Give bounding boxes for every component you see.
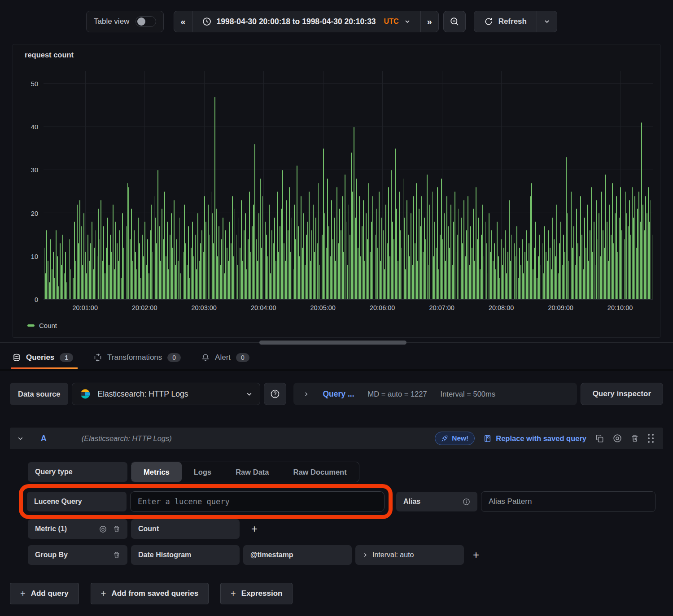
toggle-metric-visibility-button[interactable] [99, 525, 107, 533]
tab-label: Queries [26, 353, 54, 362]
bar [262, 196, 263, 299]
bar [179, 218, 180, 299]
refresh-button[interactable]: Refresh [474, 11, 537, 32]
group-by-field-segment[interactable]: @timestamp [243, 545, 352, 565]
bar [227, 248, 227, 299]
datasource-picker[interactable]: Elasticsearch: HTTP Logs [72, 383, 260, 405]
tab-transformations[interactable]: Transformations 0 [94, 346, 181, 369]
bar [651, 200, 651, 299]
query-type-option-raw-document[interactable]: Raw Document [281, 462, 358, 482]
bar [437, 187, 438, 299]
bar [638, 192, 639, 299]
bar [573, 226, 574, 299]
bar [587, 205, 588, 299]
bar [580, 196, 581, 299]
bar [599, 213, 599, 299]
replace-with-saved-query-link[interactable]: Replace with saved query [484, 434, 586, 443]
add-from-saved-queries-button[interactable]: + Add from saved queries [91, 583, 209, 604]
bar [363, 200, 364, 299]
refresh-interval-dropdown[interactable] [537, 11, 557, 32]
time-shift-back-button[interactable]: « [174, 11, 192, 32]
bar [349, 205, 350, 299]
bar [611, 235, 612, 299]
alias-pattern-input[interactable] [481, 491, 656, 512]
remove-query-button[interactable] [631, 434, 639, 442]
bar [61, 265, 62, 299]
bar [505, 230, 506, 299]
bar [576, 209, 577, 299]
chart-panel: request count 01020304050 20:01:0020:02:… [13, 44, 660, 338]
bar [319, 265, 320, 299]
datasource-help-button[interactable] [264, 383, 286, 405]
bar [50, 239, 51, 299]
bar [229, 222, 230, 299]
table-view-toggle-button[interactable]: Table view [86, 11, 164, 32]
bar [446, 196, 447, 299]
time-range-button[interactable]: 1998-04-30 20:00:18 to 1998-04-30 20:10:… [192, 11, 421, 32]
add-query-button[interactable]: + Add query [10, 583, 79, 604]
tab-alert[interactable]: Alert 0 [201, 346, 249, 369]
bar [114, 269, 115, 299]
bar [480, 269, 481, 299]
lucene-query-input[interactable] [130, 491, 385, 512]
bar [303, 213, 304, 299]
query-inspector-button[interactable]: Query inspector [581, 383, 663, 405]
bar [423, 252, 424, 299]
bar [544, 226, 545, 299]
bar [332, 239, 333, 299]
bar [445, 261, 446, 299]
tab-count-badge: 1 [60, 353, 73, 362]
chart-legend[interactable]: Count [20, 316, 653, 335]
bar [60, 243, 61, 299]
bar [533, 269, 533, 299]
duplicate-query-button[interactable] [595, 434, 604, 443]
bar [146, 265, 147, 299]
bar [358, 248, 358, 299]
bar [183, 252, 184, 299]
plot-area[interactable] [44, 71, 653, 300]
drag-handle[interactable] [648, 434, 654, 443]
query-options-toggle[interactable]: Query ... MD = auto = 1227 Interval = 50… [293, 383, 577, 405]
remove-group-by-button[interactable] [113, 551, 120, 559]
table-view-switch[interactable] [135, 16, 156, 27]
bar [615, 213, 616, 299]
hide-response-button[interactable] [613, 434, 622, 443]
bar [494, 243, 495, 299]
zoom-out-button[interactable] [443, 11, 466, 32]
add-metric-button[interactable]: + [251, 524, 258, 534]
bar [613, 243, 614, 299]
bar [200, 243, 201, 299]
bar [134, 230, 135, 299]
bar [248, 239, 249, 299]
bar [498, 256, 499, 299]
collapse-chevron-icon[interactable] [17, 435, 24, 442]
group-by-type-segment[interactable]: Date Histogram [131, 545, 240, 565]
time-shift-forward-button[interactable]: » [421, 11, 438, 32]
add-expression-button[interactable]: + Expression [220, 583, 293, 604]
bar [221, 239, 222, 299]
query-type-option-logs[interactable]: Logs [182, 462, 223, 482]
scrollbar-thumb[interactable] [259, 341, 406, 345]
query-type-option-metrics[interactable]: Metrics [131, 462, 182, 482]
add-group-by-button[interactable]: + [473, 550, 479, 560]
query-type-option-raw-data[interactable]: Raw Data [223, 462, 281, 482]
new-feature-badge[interactable]: New! [435, 432, 475, 445]
group-by-interval-segment[interactable]: Interval: auto [355, 545, 464, 565]
bar [178, 261, 179, 299]
bar [559, 243, 560, 299]
bar [130, 239, 131, 299]
bar [196, 269, 197, 299]
bar [338, 243, 339, 299]
bar [107, 218, 108, 299]
chevron-down-icon [544, 18, 550, 25]
bar [527, 261, 528, 299]
remove-metric-button[interactable] [113, 525, 120, 533]
bar [441, 179, 442, 299]
tab-queries[interactable]: Queries 1 [13, 346, 73, 369]
bar [586, 248, 586, 299]
bar [511, 235, 512, 299]
panel-title[interactable]: request count [20, 50, 653, 59]
bar [600, 256, 601, 299]
metric-type-segment[interactable]: Count [131, 519, 240, 539]
bar [280, 226, 280, 299]
